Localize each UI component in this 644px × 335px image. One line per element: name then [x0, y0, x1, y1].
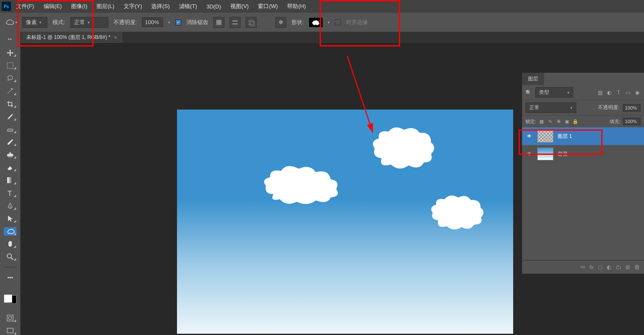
lock-artboard-icon[interactable]: ▣ — [564, 118, 570, 124]
opacity-input[interactable]: 100% — [142, 17, 163, 27]
layer-style-icon[interactable]: fx — [589, 264, 594, 270]
edit-toolbar-icon[interactable]: ••• — [4, 273, 17, 282]
new-layer-icon[interactable]: ⊞ — [625, 264, 630, 270]
svg-rect-3 — [249, 20, 253, 25]
tool-preset-icon[interactable]: ▾ — [5, 16, 17, 28]
svg-rect-5 — [7, 63, 13, 69]
hand-tool[interactable] — [4, 240, 17, 248]
chevron-down-icon[interactable]: ▾ — [168, 20, 170, 25]
svg-rect-10 — [7, 177, 13, 183]
svg-point-8 — [10, 130, 11, 131]
pathfinder-union-icon[interactable] — [213, 17, 224, 28]
menu-filter[interactable]: 滤镜(T) — [175, 1, 202, 12]
crop-tool[interactable] — [4, 100, 17, 108]
zoom-tool[interactable] — [4, 253, 17, 261]
color-swatch[interactable] — [4, 294, 17, 304]
visibility-icon[interactable]: 👁 — [525, 151, 533, 157]
filter-pixel-icon[interactable]: ▧ — [597, 89, 603, 96]
align-edges-checkbox[interactable] — [335, 19, 341, 25]
menu-image[interactable]: 图像(I) — [67, 1, 91, 12]
menu-view[interactable]: 视图(V) — [226, 1, 253, 12]
options-bar: ▾ 像素 ▾ 模式: 正常 ▾ 不透明度: 100% ▾ ✓ 消除锯齿 ✲ 形状… — [0, 13, 644, 32]
opacity-label: 不透明度: — [113, 19, 137, 26]
menu-help[interactable]: 帮助(H) — [283, 1, 310, 12]
foreground-color[interactable] — [4, 294, 12, 303]
svg-rect-2 — [232, 23, 238, 25]
lock-transparency-icon[interactable]: ▩ — [539, 118, 544, 124]
chevron-down-icon[interactable]: ▾ — [328, 20, 330, 25]
chevron-down-icon: ▾ — [39, 20, 41, 25]
menu-3d[interactable]: 3D(D) — [202, 2, 225, 11]
menu-window[interactable]: 窗口(W) — [254, 1, 282, 12]
layer-item-1[interactable]: 👁 图层 1 — [522, 127, 644, 145]
filter-shape-icon[interactable]: ▭ — [625, 89, 631, 96]
shape-label: 形状: — [291, 19, 304, 26]
document-tab[interactable]: 未标题-1 @ 100% (图层 1, RGB/8#) * × — [21, 32, 122, 43]
layer-mask-icon[interactable]: ◻ — [598, 264, 603, 270]
antialias-label: 消除锯齿 — [186, 19, 208, 26]
fill-input[interactable]: 100% — [623, 118, 641, 125]
layer-thumbnail[interactable] — [537, 148, 553, 160]
arrange-icon[interactable] — [246, 17, 257, 28]
delete-layer-icon[interactable]: 🗑 — [634, 264, 640, 270]
healing-brush-tool[interactable] — [4, 125, 17, 134]
menu-edit[interactable]: 编辑(E) — [39, 1, 66, 12]
magic-wand-tool[interactable] — [4, 87, 17, 95]
lock-all-icon[interactable]: 🔒 — [572, 118, 578, 124]
brush-tool[interactable] — [4, 138, 17, 146]
svg-point-12 — [7, 254, 11, 258]
path-selection-tool[interactable] — [4, 214, 17, 223]
marquee-tool[interactable] — [4, 61, 17, 70]
filter-smart-icon[interactable]: ◉ — [634, 89, 641, 96]
chevron-down-icon: ▾ — [88, 20, 90, 25]
document-tab-bar: 未标题-1 @ 100% (图层 1, RGB/8#) * × — [0, 32, 644, 44]
layer-group-icon[interactable]: 🗀 — [616, 264, 621, 270]
blend-mode-dropdown[interactable]: 正常 ▾ — [70, 17, 108, 28]
antialias-checkbox[interactable]: ✓ — [175, 19, 181, 25]
expand-icon[interactable]: ▸▸ — [8, 37, 12, 41]
adjustment-layer-icon[interactable]: ◐ — [607, 264, 611, 270]
menu-type[interactable]: 文字(Y) — [119, 1, 146, 12]
filter-type-dropdown[interactable]: 类型 ▾ — [535, 87, 573, 98]
layers-tab[interactable]: 图层 — [522, 73, 544, 85]
eraser-tool[interactable] — [4, 163, 17, 172]
quick-mask-tool[interactable] — [4, 314, 17, 322]
cloud-shape-1 — [261, 165, 341, 206]
menu-select[interactable]: 选择(S) — [147, 1, 174, 12]
custom-shape-tool[interactable] — [4, 227, 17, 236]
pen-tool[interactable] — [4, 202, 17, 210]
move-tool[interactable] — [4, 49, 17, 57]
link-layers-icon[interactable]: ⚯ — [580, 264, 585, 270]
tool-mode-dropdown[interactable]: 像素 ▾ — [22, 17, 47, 28]
lock-position-icon[interactable]: ✥ — [556, 118, 561, 124]
svg-rect-1 — [232, 20, 238, 22]
lasso-tool[interactable] — [4, 74, 17, 82]
filter-type-icon[interactable]: T — [615, 89, 622, 96]
type-tool[interactable]: T — [4, 189, 17, 198]
document-canvas[interactable] — [177, 110, 513, 334]
lock-pixels-icon[interactable]: ✎ — [547, 118, 553, 124]
layer-opacity-input[interactable]: 100% — [623, 104, 641, 112]
align-icon[interactable] — [229, 17, 240, 28]
close-icon[interactable]: × — [114, 34, 117, 41]
mode-label: 模式: — [53, 19, 65, 26]
svg-point-15 — [8, 316, 12, 320]
shape-picker[interactable] — [309, 18, 323, 27]
ps-logo-icon: Ps — [2, 2, 11, 11]
layer-item-bg[interactable]: 👁 背景 — [522, 145, 644, 163]
screen-mode-tool[interactable] — [4, 327, 17, 335]
svg-rect-4 — [250, 22, 254, 26]
divider — [4, 267, 17, 267]
document-tab-title: 未标题-1 @ 100% (图层 1, RGB/8#) * — [26, 34, 111, 41]
eyedropper-tool[interactable] — [4, 113, 17, 121]
menu-layer[interactable]: 图层(L) — [92, 1, 119, 12]
layer-thumbnail[interactable] — [537, 130, 553, 143]
clone-stamp-tool[interactable] — [4, 151, 17, 159]
filter-adjustment-icon[interactable]: ◐ — [606, 89, 613, 96]
gradient-tool[interactable] — [4, 176, 17, 184]
layer-opacity-label: 不透明度: — [598, 104, 619, 111]
menu-file[interactable]: 文件(F) — [12, 1, 39, 12]
visibility-icon[interactable]: 👁 — [525, 133, 533, 139]
layer-blend-dropdown[interactable]: 正常 ▾ — [525, 102, 576, 113]
settings-icon[interactable]: ✲ — [275, 17, 286, 28]
